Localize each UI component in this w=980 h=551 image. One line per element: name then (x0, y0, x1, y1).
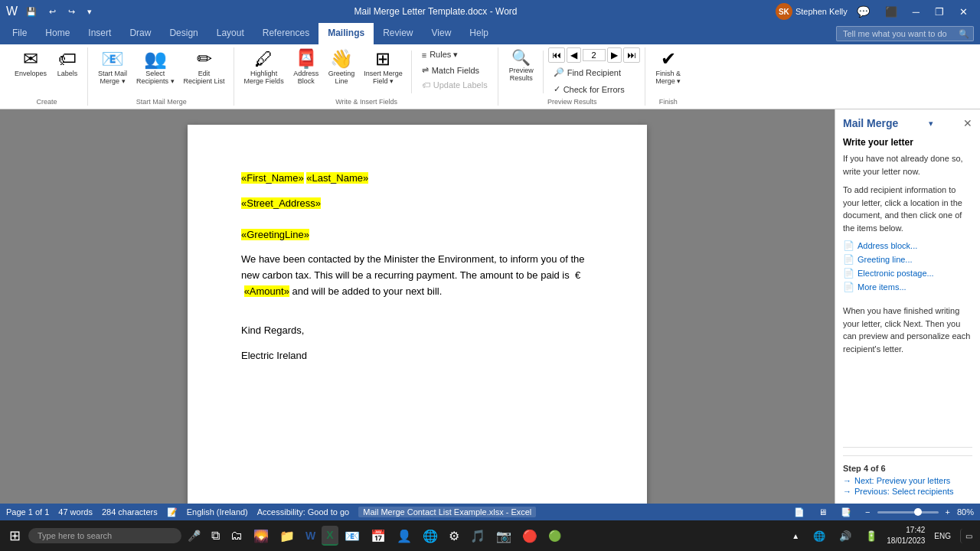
find-recipient-button[interactable]: 🔎 Find Recipient (548, 65, 640, 80)
panel-close-button[interactable]: ✕ (963, 117, 972, 129)
taskbar-people-icon[interactable]: 👤 (392, 526, 416, 546)
tab-references[interactable]: References (253, 23, 318, 44)
record-number-input[interactable] (583, 49, 606, 61)
taskbar-folder-icon[interactable]: 📁 (275, 526, 299, 546)
taskbar-up-arrow-icon[interactable]: ▲ (787, 529, 804, 543)
taskbar-media-icon[interactable]: 🎵 (466, 526, 490, 546)
rules-button[interactable]: ≡ Rules ▾ (416, 47, 493, 62)
tab-home[interactable]: Home (36, 23, 79, 44)
tell-me-search[interactable] (836, 26, 974, 41)
prev-arrow-icon: → (843, 487, 851, 496)
view-read-mode-button[interactable]: 📑 (837, 506, 855, 519)
write-insert-group-label: Write & Insert Fields (240, 96, 493, 106)
close-button[interactable]: ✕ (953, 5, 974, 19)
finish-merge-button[interactable]: ✔ Finish &Merge ▾ (652, 47, 685, 87)
taskbar-eng-icon[interactable]: ENG (929, 529, 956, 543)
update-labels-button[interactable]: 🏷 Update Labels (416, 78, 493, 92)
taskbar-search-input[interactable] (28, 528, 181, 543)
taskbar-explorer-icon[interactable]: 🗂 (226, 526, 247, 546)
zoom-level: 80% (957, 507, 974, 517)
address-block-link[interactable]: 📄 Address block... (843, 240, 972, 251)
envelopes-button[interactable]: ✉ Envelopes (11, 47, 51, 80)
electronic-postage-link[interactable]: 📄 Electronic postage... (843, 268, 972, 279)
zoom-slider[interactable] (877, 511, 939, 514)
taskbar-task-view-icon[interactable]: ⧉ (207, 526, 224, 546)
start-mail-merge-items: 📧 Start MailMerge ▾ 👥 SelectRecipients ▾… (94, 47, 229, 96)
labels-button[interactable]: 🏷 Labels (52, 47, 83, 80)
write-insert-items: 🖊 HighlightMerge Fields 📮 AddressBlock 👋… (240, 47, 493, 96)
greeting-line-button[interactable]: 👋 GreetingLine (325, 47, 359, 87)
more-items-link[interactable]: 📄 More items... (843, 282, 972, 292)
customize-qat-button[interactable]: ▾ (83, 5, 96, 18)
view-web-layout-button[interactable]: 🖥 (815, 506, 831, 518)
address-block-button[interactable]: 📮 AddressBlock (289, 47, 323, 87)
taskbar-red-app-icon[interactable]: 🔴 (518, 526, 542, 546)
restore-button[interactable]: ❐ (929, 5, 950, 19)
taskbar-green-app-icon[interactable]: 🟢 (544, 527, 566, 545)
preview-divider (543, 51, 544, 93)
save-qat-button[interactable]: 💾 (22, 5, 41, 18)
clock-date: 18/01/2023 (887, 536, 925, 546)
tab-view[interactable]: View (423, 23, 461, 44)
taskbar-settings-icon[interactable]: ⚙ (444, 526, 464, 546)
view-print-layout-button[interactable]: 📄 (790, 506, 808, 519)
tab-insert[interactable]: Insert (79, 23, 120, 44)
prev-record-button[interactable]: ◀ (567, 47, 581, 63)
taskbar-edge-icon[interactable]: 🌐 (418, 526, 443, 546)
select-recipients-button[interactable]: 👥 SelectRecipients ▾ (132, 47, 178, 87)
tab-review[interactable]: Review (374, 23, 422, 44)
show-desktop-button[interactable]: ▭ (960, 529, 977, 543)
panel-dropdown-icon[interactable]: ▾ (929, 119, 933, 129)
taskbar-volume-icon[interactable]: 🔊 (835, 527, 856, 545)
comments-button[interactable]: 💬 (851, 4, 876, 19)
taskbar-calendar-icon[interactable]: 📅 (366, 526, 390, 546)
tab-draw[interactable]: Draw (120, 23, 160, 44)
page-info: Page 1 of 1 (6, 507, 49, 517)
taskbar-word-icon[interactable]: W (301, 527, 320, 545)
insert-merge-field-button[interactable]: ⊞ Insert MergeField ▾ (360, 47, 407, 87)
edit-recipient-list-button[interactable]: ✏ EditRecipient List (180, 47, 229, 87)
undo-qat-button[interactable]: ↩ (45, 5, 60, 18)
first-record-button[interactable]: ⏮ (548, 47, 565, 63)
zoom-out-button[interactable]: − (861, 506, 874, 518)
tab-design[interactable]: Design (160, 23, 207, 44)
start-mail-merge-button[interactable]: 📧 Start MailMerge ▾ (94, 47, 131, 87)
next-record-button[interactable]: ▶ (607, 47, 622, 63)
highlight-merge-fields-button[interactable]: 🖊 HighlightMerge Fields (240, 47, 288, 87)
taskbar-photo-icon[interactable]: 🌄 (249, 526, 273, 546)
panel-previous-link[interactable]: → Previous: Select recipients (843, 487, 972, 496)
tab-mailings[interactable]: Mailings (318, 23, 374, 44)
taskbar-battery-icon[interactable]: 🔋 (861, 527, 882, 545)
panel-next-link[interactable]: → Next: Preview your letters (843, 476, 972, 485)
ribbon-display-button[interactable]: ⬛ (879, 5, 903, 19)
status-left: Page 1 of 1 47 words 284 characters 📝 En… (6, 507, 536, 517)
taskbar-clock[interactable]: 17:42 18/01/2023 (887, 525, 925, 546)
taskbar-cortana-icon[interactable]: 🎤 (183, 527, 205, 545)
match-fields-button[interactable]: ⇌ Match Fields (416, 63, 493, 77)
tab-help[interactable]: Help (460, 23, 498, 44)
greeting-line-link[interactable]: 📄 Greeting line... (843, 254, 972, 265)
redo-qat-button[interactable]: ↪ (64, 5, 79, 18)
select-recipients-icon: 👥 (144, 50, 167, 68)
user-avatar[interactable]: SK (776, 3, 792, 20)
document-canvas[interactable]: «First_Name» «Last_Name» «Street_Address… (188, 125, 647, 504)
zoom-slider-thumb (914, 508, 922, 516)
excel-file-status[interactable]: Mail Merge Contact List Example.xlsx - E… (358, 507, 536, 517)
taskbar-network-icon[interactable]: 🌐 (808, 527, 830, 545)
minimize-button[interactable]: ─ (906, 5, 926, 19)
tab-file[interactable]: File (3, 23, 36, 44)
start-button[interactable]: ⊞ (3, 524, 27, 547)
taskbar-camera-icon[interactable]: 📷 (492, 526, 516, 546)
document-area[interactable]: «First_Name» «Last_Name» «Street_Address… (0, 109, 835, 504)
preview-nav: ⏮ ◀ ▶ ⏭ (548, 47, 640, 63)
tab-layout[interactable]: Layout (207, 23, 253, 44)
taskbar-outlook-icon[interactable]: 📧 (340, 526, 364, 546)
taskbar-excel-icon[interactable]: X (322, 526, 338, 546)
preview-results-button[interactable]: 🔍 PreviewResults (505, 47, 538, 84)
check-for-errors-button[interactable]: ✓ Check for Errors (548, 82, 640, 96)
preview-results-icon: 🔍 (511, 50, 531, 65)
zoom-in-button[interactable]: + (942, 506, 954, 518)
next-arrow-icon: → (843, 476, 851, 485)
last-record-button[interactable]: ⏭ (623, 47, 640, 63)
zoom-bar: − + 80% (861, 506, 974, 518)
